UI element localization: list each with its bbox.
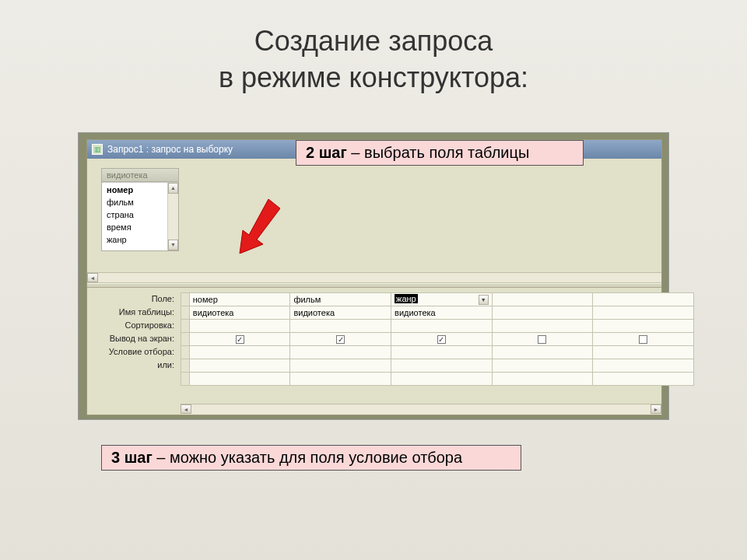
red-arrow-icon <box>233 199 280 254</box>
grid-cell-show[interactable] <box>492 333 593 346</box>
grid-cell-sort[interactable] <box>290 320 391 333</box>
grid-row-show: ✓ ✓ ✓ <box>181 333 694 346</box>
checkbox-checked-icon[interactable]: ✓ <box>236 335 244 344</box>
checkbox-unchecked-icon[interactable] <box>538 335 546 344</box>
grid-cell-or[interactable] <box>391 359 493 373</box>
grid-row-or <box>181 359 694 373</box>
field-item[interactable]: номер <box>103 184 177 196</box>
dropdown-icon[interactable]: ▼ <box>479 295 489 305</box>
label-show: Вывод на экран: <box>87 332 181 345</box>
table-field-panel[interactable]: видиотека номер фильм страна время жанр … <box>101 168 179 251</box>
table-name-header: видиотека <box>102 169 178 182</box>
field-list-scrollbar[interactable]: ▲ ▼ <box>167 183 178 250</box>
checkbox-unchecked-icon[interactable] <box>639 335 647 344</box>
window-title: Запрос1 : запрос на выборку <box>107 144 233 155</box>
grid-cell-table[interactable]: видиотека <box>189 306 290 320</box>
grid-cell-sort[interactable] <box>391 320 493 333</box>
label-criteria: Условие отбора: <box>87 345 181 359</box>
grid-cell-table[interactable]: видиотека <box>290 306 391 320</box>
field-item[interactable]: жанр <box>103 233 177 246</box>
title-line-2: в режиме конструктора: <box>219 61 528 93</box>
scroll-left-button[interactable]: ◄ <box>87 273 98 282</box>
callout-step-2: 2 шаг – выбрать поля таблицы <box>296 140 584 166</box>
grid-row-sort <box>181 320 694 333</box>
slide-title: Создание запроса в режиме конструктора: <box>0 0 747 112</box>
access-screenshot: ▥ Запрос1 : запрос на выборку видиотека … <box>78 132 669 420</box>
label-field: Поле: <box>87 292 181 306</box>
label-or: или: <box>87 359 181 372</box>
grid-cell-field[interactable] <box>593 293 694 306</box>
grid-cell-table[interactable] <box>593 306 694 320</box>
grid-hscrollbar[interactable]: ◄ ► <box>181 404 661 415</box>
scroll-down-button[interactable]: ▼ <box>168 240 178 250</box>
grid-row-labels: Поле: Имя таблицы: Сортировка: Вывод на … <box>87 292 181 372</box>
grid-cell-or[interactable] <box>593 359 694 373</box>
grid-row-criteria <box>181 346 694 359</box>
field-item[interactable]: время <box>103 221 177 233</box>
grid-cell-criteria[interactable] <box>189 346 290 359</box>
grid-cell-field[interactable]: номер <box>189 293 290 306</box>
row-selector[interactable] <box>181 346 190 359</box>
scroll-right-button[interactable]: ► <box>651 404 661 414</box>
grid-cell-or[interactable] <box>290 359 391 373</box>
row-selector[interactable] <box>181 333 190 346</box>
callout-step-2-bold: 2 шаг <box>306 144 347 161</box>
row-selector[interactable] <box>181 320 190 333</box>
grid-cell-show[interactable] <box>593 333 694 346</box>
grid-cell-criteria[interactable] <box>290 346 391 359</box>
pane-splitter[interactable] <box>87 283 661 288</box>
grid-row-extra <box>181 373 694 386</box>
scroll-left-button[interactable]: ◄ <box>181 404 191 414</box>
grid-cell-show[interactable]: ✓ <box>290 333 391 346</box>
window-body: видиотека номер фильм страна время жанр … <box>87 159 661 415</box>
checkbox-checked-icon[interactable]: ✓ <box>336 335 345 344</box>
grid-cell-sort[interactable] <box>492 320 593 333</box>
row-selector[interactable] <box>181 306 190 320</box>
callout-step-3-bold: 3 шаг <box>111 449 153 466</box>
grid-cell-criteria[interactable] <box>492 346 593 359</box>
field-item[interactable]: фильм <box>103 196 177 208</box>
grid-cell-or[interactable] <box>189 359 290 373</box>
grid-cell-criteria[interactable] <box>391 346 493 359</box>
grid-cell-or[interactable] <box>492 359 593 373</box>
grid-cell-field[interactable]: жанр▼ <box>391 293 493 306</box>
grid-row-table: видиотека видиотека видиотека <box>181 306 694 320</box>
query-designer-window: ▥ Запрос1 : запрос на выборку видиотека … <box>86 139 662 415</box>
query-icon: ▥ <box>92 144 103 155</box>
row-selector[interactable] <box>181 293 190 306</box>
svg-marker-0 <box>240 199 280 254</box>
label-sort: Сортировка: <box>87 319 181 332</box>
grid-cell-field[interactable] <box>492 293 593 306</box>
grid-row-field: номер фильм жанр▼ <box>181 293 694 306</box>
grid-cell-sort[interactable] <box>593 320 694 333</box>
row-selector[interactable] <box>181 359 190 373</box>
design-grid[interactable]: номер фильм жанр▼ видиотека видиотека ви… <box>181 292 694 386</box>
upper-pane-hscrollbar[interactable]: ◄ <box>87 272 661 283</box>
grid-cell-show[interactable]: ✓ <box>391 333 493 346</box>
callout-step-3: 3 шаг – можно указать для поля условие о… <box>101 445 521 471</box>
scroll-up-button[interactable]: ▲ <box>168 183 178 194</box>
grid-cell-criteria[interactable] <box>593 346 694 359</box>
grid-cell-field[interactable]: фильм <box>290 293 391 306</box>
row-selector[interactable] <box>181 373 190 386</box>
field-list[interactable]: номер фильм страна время жанр ▲ ▼ <box>102 182 178 250</box>
callout-step-3-text: – можно указать для поля условие отбора <box>153 449 462 466</box>
grid-cell-table[interactable] <box>492 306 593 320</box>
grid-cell-table[interactable]: видиотека <box>391 306 493 320</box>
design-grid-area: Поле: Имя таблицы: Сортировка: Вывод на … <box>87 289 661 415</box>
callout-step-2-text: – выбрать поля таблицы <box>347 144 530 161</box>
title-line-1: Создание запроса <box>254 25 493 57</box>
field-item[interactable]: страна <box>103 208 177 221</box>
checkbox-checked-icon[interactable]: ✓ <box>437 335 446 344</box>
grid-cell-sort[interactable] <box>189 320 290 333</box>
grid-cell-show[interactable]: ✓ <box>189 333 290 346</box>
label-table: Имя таблицы: <box>87 306 181 319</box>
